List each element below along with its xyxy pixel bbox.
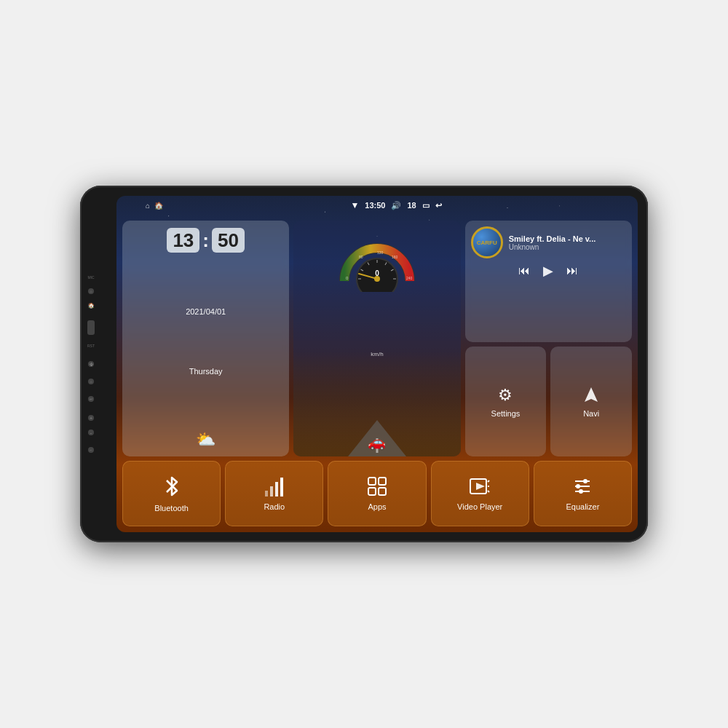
music-controls: ⏮ ▶ ⏭ — [471, 263, 626, 279]
next-button[interactable]: ⏭ — [566, 264, 578, 277]
status-left: ⌂ 🏠 — [146, 202, 163, 210]
video-player-label: Video Player — [457, 502, 502, 511]
svg-marker-16 — [585, 387, 598, 402]
vol-up-button[interactable]: + — [88, 415, 94, 421]
svg-line-27 — [488, 480, 489, 482]
svg-rect-19 — [275, 482, 278, 496]
back-icon: ↩ — [435, 201, 442, 210]
apps-button[interactable]: Apps — [328, 461, 426, 526]
svg-rect-22 — [379, 478, 386, 485]
apps-label: Apps — [368, 502, 386, 511]
house-icon: 🏠 — [154, 202, 163, 210]
window-icon: ▭ — [422, 201, 430, 210]
status-center: ▼ 13:50 🔊 18 ▭ ↩ — [350, 200, 441, 210]
home-button-2[interactable]: 🏠 — [88, 303, 94, 309]
apps-icon — [367, 476, 387, 496]
wifi-icon: ▼ — [350, 200, 359, 210]
svg-rect-18 — [270, 486, 273, 496]
svg-line-29 — [488, 491, 489, 492]
navi-icon — [582, 386, 601, 405]
svg-text:120: 120 — [377, 250, 384, 255]
side-buttons: MIC ⌂ 🏠 RST ⏻ ⌂ ↩ + - ← — [87, 275, 95, 453]
weather-icon: ⛅ — [196, 430, 215, 449]
music-title: Smiley ft. Delia - Ne v... — [509, 234, 626, 243]
bottom-bar: Bluetooth Radio — [122, 461, 632, 526]
settings-button[interactable]: ⚙ Settings — [465, 347, 547, 456]
rst-button[interactable] — [87, 320, 95, 335]
bluetooth-label: Bluetooth — [154, 504, 188, 513]
settings-label: Settings — [491, 409, 521, 418]
home-button[interactable]: ⌂ — [88, 288, 94, 294]
svg-rect-17 — [265, 491, 268, 496]
car-icon: 🚗 — [368, 433, 386, 451]
logo-text: CARFU — [477, 240, 497, 246]
volume-icon: 🔊 — [391, 201, 401, 210]
music-artist: Unknown — [509, 243, 626, 251]
gauge-container: 0 0 80 120 160 240 — [337, 226, 417, 285]
back-button[interactable]: ↩ — [88, 396, 94, 402]
volume-level: 18 — [407, 201, 416, 210]
navi-button[interactable]: Navi — [550, 347, 632, 456]
svg-marker-26 — [476, 483, 485, 490]
prev-button[interactable]: ⏮ — [518, 264, 530, 277]
clock-day: Thursday — [189, 367, 223, 376]
clock-minutes: 50 — [212, 228, 245, 253]
settings-icon: ⚙ — [498, 386, 513, 405]
svg-rect-23 — [368, 488, 376, 495]
play-button[interactable]: ▶ — [543, 263, 553, 279]
gauge-svg: 0 0 80 120 160 240 — [337, 226, 417, 292]
clock-date: 2021/04/01 — [186, 307, 226, 316]
svg-rect-21 — [368, 478, 376, 485]
svg-text:80: 80 — [359, 255, 363, 259]
navi-label: Navi — [583, 409, 599, 418]
rst-label: RST — [87, 344, 95, 348]
equalizer-button[interactable]: Equalizer — [534, 461, 632, 526]
music-logo: CARFU — [471, 226, 503, 258]
clock-widget: 13 : 50 2021/04/01 Thursday ⛅ — [122, 221, 289, 456]
svg-rect-20 — [280, 478, 283, 496]
clock-colon: : — [202, 231, 209, 250]
speedometer-widget: 0 0 80 120 160 240 km/h — [293, 221, 460, 456]
bluetooth-icon — [162, 475, 181, 498]
music-widget[interactable]: CARFU Smiley ft. Delia - Ne v... Unknown… — [465, 221, 632, 342]
status-time: 13:50 — [365, 201, 385, 210]
radio-label: Radio — [264, 502, 285, 511]
video-icon — [469, 476, 491, 496]
svg-text:160: 160 — [392, 255, 398, 259]
video-player-button[interactable]: Video Player — [431, 461, 529, 526]
svg-point-31 — [576, 484, 580, 488]
status-bar: ⌂ 🏠 ▼ 13:50 🔊 18 ▭ ↩ — [116, 196, 638, 215]
screen: ⌂ 🏠 ▼ 13:50 🔊 18 ▭ ↩ 13 : — [116, 196, 638, 532]
equalizer-label: Equalizer — [566, 502, 599, 511]
home-button-3[interactable]: ⌂ — [88, 379, 94, 384]
radio-icon — [264, 476, 285, 496]
music-info: Smiley ft. Delia - Ne v... Unknown — [509, 234, 626, 251]
car-stereo-unit: MIC ⌂ 🏠 RST ⏻ ⌂ ↩ + - ← ⌂ 🏠 ▼ 13:50 🔊 18… — [80, 186, 648, 542]
radio-button[interactable]: Radio — [225, 461, 323, 526]
svg-text:0: 0 — [375, 269, 379, 277]
vol-down-button[interactable]: - — [88, 430, 94, 435]
main-content: 13 : 50 2021/04/01 Thursday ⛅ — [116, 215, 638, 532]
svg-point-33 — [583, 479, 587, 483]
svg-point-35 — [579, 489, 583, 494]
music-top: CARFU Smiley ft. Delia - Ne v... Unknown — [471, 226, 626, 258]
svg-rect-24 — [379, 488, 386, 495]
clock-time-display: 13 : 50 — [167, 228, 245, 253]
bluetooth-button[interactable]: Bluetooth — [122, 461, 221, 526]
mic-label: MIC — [87, 275, 94, 280]
home-status-icon: ⌂ — [146, 202, 150, 210]
clock-hours: 13 — [167, 228, 199, 253]
road-scene: 🚗 — [293, 350, 460, 456]
power-button[interactable]: ⏻ — [88, 361, 94, 367]
back-button-2[interactable]: ← — [88, 447, 94, 453]
equalizer-icon — [572, 476, 593, 496]
svg-text:240: 240 — [406, 276, 413, 280]
